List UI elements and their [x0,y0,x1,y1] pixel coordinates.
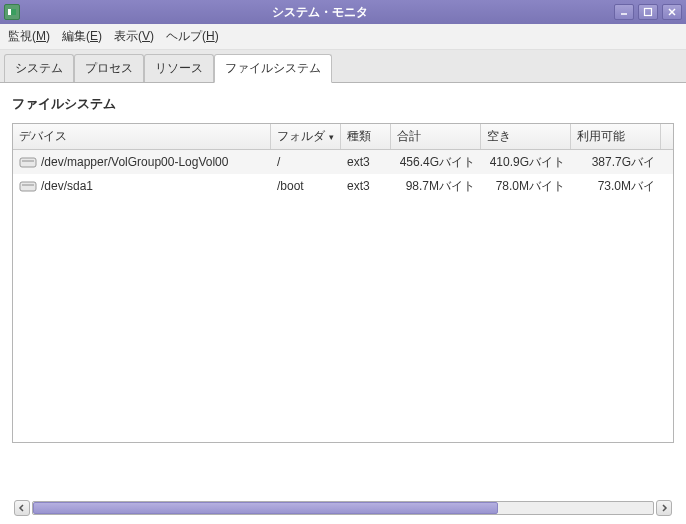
menu-view[interactable]: 表示(V) [114,28,154,45]
minimize-icon [619,7,629,17]
chevron-right-icon [660,504,668,512]
close-button[interactable] [662,4,682,20]
scroll-track[interactable] [32,501,654,515]
cell-folder: /boot [271,176,341,196]
cell-available: 73.0Mバイ [571,175,661,198]
window-title: システム・モニタ [26,4,614,21]
cell-available: 387.7Gバイ [571,151,661,174]
cell-type: ext3 [341,176,391,196]
cell-total: 98.7Mバイト [391,175,481,198]
table-row[interactable]: /dev/sda1 /boot ext3 98.7Mバイト 78.0Mバイト 7… [13,174,673,198]
tab-processes[interactable]: プロセス [74,54,144,82]
sort-indicator-icon: ▾ [329,132,334,142]
disk-icon [19,179,37,193]
scroll-right-button[interactable] [656,500,672,516]
maximize-icon [643,7,653,17]
table-body: /dev/mapper/VolGroup00-LogVol00 / ext3 4… [13,150,673,198]
app-icon [4,4,20,20]
cell-total: 456.4Gバイト [391,151,481,174]
svg-rect-7 [22,184,34,186]
window-titlebar: システム・モニタ [0,0,686,24]
section-title: ファイルシステム [12,95,674,113]
svg-rect-5 [22,160,34,162]
maximize-button[interactable] [638,4,658,20]
menu-help[interactable]: ヘルプ(H) [166,28,219,45]
disk-icon [19,155,37,169]
filesystem-table: デバイス フォルダ▾ 種類 合計 空き 利用可能 /dev/mapper/Vol… [12,123,674,443]
close-icon [667,7,677,17]
chevron-left-icon [18,504,26,512]
table-row[interactable]: /dev/mapper/VolGroup00-LogVol00 / ext3 4… [13,150,673,174]
cell-device: /dev/mapper/VolGroup00-LogVol00 [13,152,271,172]
minimize-button[interactable] [614,4,634,20]
col-header-folder[interactable]: フォルダ▾ [271,124,341,149]
table-header: デバイス フォルダ▾ 種類 合計 空き 利用可能 [13,124,673,150]
horizontal-scrollbar[interactable] [14,500,672,516]
svg-rect-6 [20,182,36,191]
cell-free: 410.9Gバイト [481,151,571,174]
cell-folder: / [271,152,341,172]
col-header-total[interactable]: 合計 [391,124,481,149]
menu-monitor[interactable]: 監視(M) [8,28,50,45]
tab-bar: システム プロセス リソース ファイルシステム [0,50,686,83]
cell-device: /dev/sda1 [13,176,271,196]
scroll-left-button[interactable] [14,500,30,516]
window-controls [614,4,682,20]
menubar: 監視(M) 編集(E) 表示(V) ヘルプ(H) [0,24,686,50]
menu-edit[interactable]: 編集(E) [62,28,102,45]
cell-free: 78.0Mバイト [481,175,571,198]
col-header-available[interactable]: 利用可能 [571,124,661,149]
col-header-free[interactable]: 空き [481,124,571,149]
tab-filesystems[interactable]: ファイルシステム [214,54,332,83]
col-header-device[interactable]: デバイス [13,124,271,149]
svg-rect-1 [645,9,652,16]
tab-system[interactable]: システム [4,54,74,82]
content-area: ファイルシステム デバイス フォルダ▾ 種類 合計 空き 利用可能 /dev/m… [0,83,686,455]
svg-rect-4 [20,158,36,167]
cell-type: ext3 [341,152,391,172]
col-header-type[interactable]: 種類 [341,124,391,149]
scroll-thumb[interactable] [33,502,498,514]
tab-resources[interactable]: リソース [144,54,214,82]
